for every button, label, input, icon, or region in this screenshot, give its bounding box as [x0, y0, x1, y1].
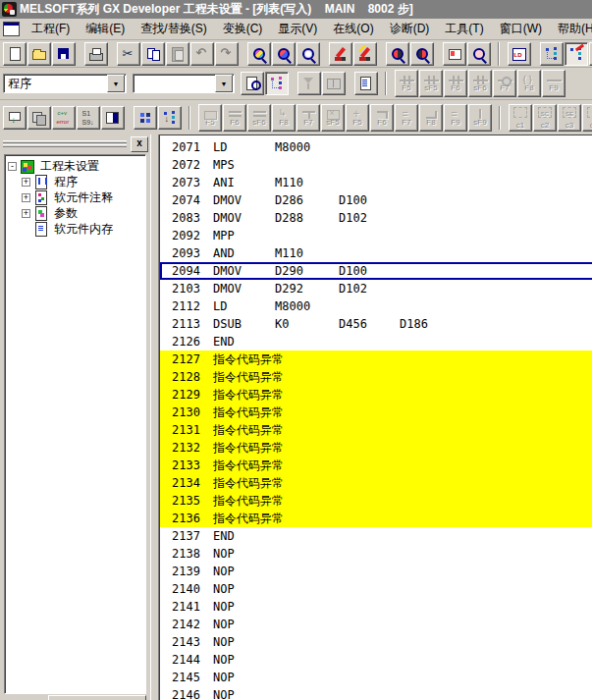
instruction-button[interactable]: F8 — [517, 70, 541, 97]
vertical-line-button[interactable]: sF9 — [468, 104, 492, 132]
list-row[interactable]: 2131 指令代码异常 — [160, 421, 592, 439]
device-test-button[interactable] — [329, 42, 352, 66]
menu-diagnostics[interactable]: 诊断(D) — [382, 19, 438, 39]
corner-down-button[interactable]: F8 — [419, 104, 443, 132]
app-icon[interactable] — [2, 2, 17, 17]
device-window-button[interactable] — [322, 72, 346, 95]
program-name-combobox[interactable]: ▼ — [133, 74, 235, 93]
expand-icon[interactable]: + — [22, 193, 30, 202]
monitor-condition-button[interactable] — [467, 42, 491, 66]
child-window-icon[interactable] — [3, 22, 20, 36]
list-row[interactable]: 2138 NOP — [160, 545, 592, 563]
tree-display-button[interactable] — [158, 106, 182, 130]
menu-window[interactable]: 窗口(W) — [492, 19, 550, 39]
write-during-run-button[interactable] — [443, 42, 466, 66]
list-row[interactable]: 2113 DSUB K0 D456 D186 — [160, 315, 592, 333]
find-replace-button[interactable] — [247, 42, 271, 66]
transfer-setup-button[interactable] — [3, 106, 27, 130]
print-button[interactable] — [84, 42, 108, 66]
tree-root-project[interactable]: - 工程未设置 — [8, 158, 145, 174]
macro-list-button[interactable] — [354, 72, 378, 95]
list-row[interactable]: 2137 END — [160, 527, 592, 545]
write-mode-button[interactable] — [565, 42, 588, 66]
list-row[interactable]: 2129 指令代码异常 — [160, 386, 592, 404]
expand-icon[interactable]: + — [22, 209, 30, 218]
list-row[interactable]: 2140 NOP — [160, 580, 592, 598]
list-row[interactable]: 2145 NOP — [160, 669, 592, 686]
filter-button[interactable] — [297, 72, 321, 95]
equal-line-button[interactable]: F7 — [395, 104, 418, 132]
list-row[interactable]: 2126 END — [160, 333, 592, 350]
structure-display-button[interactable] — [265, 72, 289, 95]
list-row[interactable]: 2143 NOP — [160, 633, 592, 651]
rung-lines-button[interactable]: F6 — [223, 104, 246, 132]
rung-lines2-button[interactable]: sF6 — [247, 104, 271, 132]
list-row[interactable]: 2134 指令代码异常 — [160, 474, 592, 492]
paste-button[interactable] — [166, 42, 189, 66]
contact-close-pulse-button[interactable]: sF6 — [468, 70, 492, 97]
ladder-mode-button[interactable] — [508, 42, 531, 66]
vertical-write-button[interactable]: F5 — [346, 104, 369, 132]
redo-button[interactable] — [215, 42, 239, 66]
expand-icon[interactable]: + — [22, 178, 30, 187]
coil-button[interactable]: F7 — [493, 70, 516, 97]
list-row[interactable]: 2146 NOP — [160, 686, 592, 700]
program-type-combobox[interactable]: 程序 ▼ — [3, 74, 127, 93]
collapse-icon[interactable]: - — [8, 162, 17, 171]
splitter[interactable] — [150, 135, 159, 700]
contact-open-pulse-button[interactable]: sF5 — [419, 70, 443, 97]
list-row[interactable]: 2092 MPP — [160, 227, 592, 244]
copy-button[interactable] — [141, 42, 165, 66]
equal-line2-button[interactable]: F9 — [444, 104, 467, 132]
list-row[interactable]: 2071 LD M8000 — [160, 138, 592, 156]
list-row[interactable]: 2139 NOP — [160, 563, 592, 580]
list-row[interactable]: 2073 ANI M110 — [160, 174, 592, 191]
list-row[interactable]: 2103 DMOV D292 D102 — [160, 280, 592, 297]
contact-open-button[interactable]: F5 — [395, 70, 418, 97]
menu-find-replace[interactable]: 查找/替换(S) — [133, 19, 214, 39]
tree-item[interactable]: + 软元件注释 — [8, 189, 145, 205]
find-device-button[interactable] — [272, 42, 296, 66]
list-row[interactable]: 2072 MPS — [160, 156, 592, 174]
open-button[interactable] — [27, 42, 51, 66]
list-row[interactable]: 2094 DMOV D290 D100 — [160, 262, 592, 280]
read-mode-button[interactable] — [540, 42, 564, 66]
list-row[interactable]: 2083 DMOV D288 D102 — [160, 209, 592, 227]
menu-edit[interactable]: 编辑(E) — [78, 19, 133, 39]
corner-up-button[interactable]: F6 — [370, 104, 394, 132]
list-row[interactable]: 2112 LD M8000 — [160, 297, 592, 315]
list-row[interactable]: 2074 DMOV D286 D100 — [160, 191, 592, 209]
chevron-down-icon[interactable]: ▼ — [215, 75, 233, 92]
list-row[interactable]: 2133 指令代码异常 — [160, 457, 592, 474]
comment-display-button[interactable] — [241, 72, 264, 95]
undo-button[interactable] — [190, 42, 214, 66]
list-row[interactable]: 2132 指令代码异常 — [160, 439, 592, 457]
contact-close-button[interactable]: F6 — [444, 70, 467, 97]
list-row[interactable]: 2135 指令代码异常 — [160, 492, 592, 510]
list-row[interactable]: 2127 指令代码异常 — [160, 350, 592, 368]
list-row[interactable]: 2142 NOP — [160, 616, 592, 633]
menu-tools[interactable]: 工具(T) — [437, 19, 491, 39]
menu-convert[interactable]: 变换(C) — [215, 19, 271, 39]
jump-button[interactable]: F8 — [272, 104, 296, 132]
horizontal-line-button[interactable]: F9 — [542, 70, 565, 97]
new-button[interactable] — [3, 42, 27, 66]
rising-pulse-button[interactable]: F5 — [198, 104, 222, 132]
crossed-box-button[interactable]: sF5 — [321, 104, 345, 132]
branch-button[interactable]: F7 — [296, 104, 320, 132]
list-row[interactable]: 2093 AND M110 — [160, 244, 592, 262]
menu-project[interactable]: 工程(F) — [24, 19, 78, 39]
menu-help[interactable]: 帮助(H) — [550, 19, 592, 39]
list-row[interactable]: 2141 NOP — [160, 598, 592, 616]
close-panel-button[interactable] — [131, 136, 148, 152]
window-copy-button[interactable] — [27, 106, 51, 130]
save-button[interactable] — [52, 42, 76, 66]
menu-online[interactable]: 在线(O) — [325, 19, 381, 39]
list-row[interactable]: 2136 指令代码异常 — [160, 510, 592, 527]
monitor-stop-button[interactable] — [410, 42, 434, 66]
cut-button[interactable] — [117, 42, 140, 66]
device-blocks-button[interactable] — [134, 106, 157, 130]
connector-c1-button[interactable]: c1 — [509, 104, 532, 132]
device-edit-button[interactable] — [353, 42, 377, 66]
find-string-button[interactable] — [296, 42, 320, 66]
